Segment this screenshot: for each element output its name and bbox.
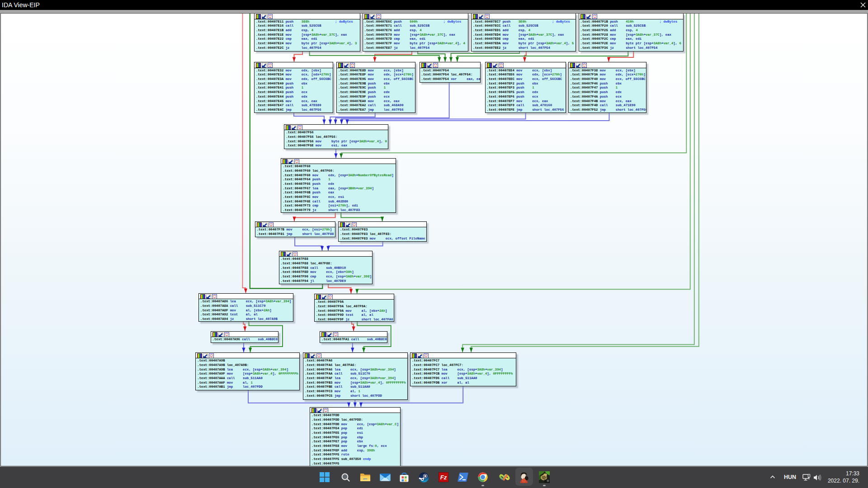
svg-text:Fz: Fz [440, 474, 447, 481]
